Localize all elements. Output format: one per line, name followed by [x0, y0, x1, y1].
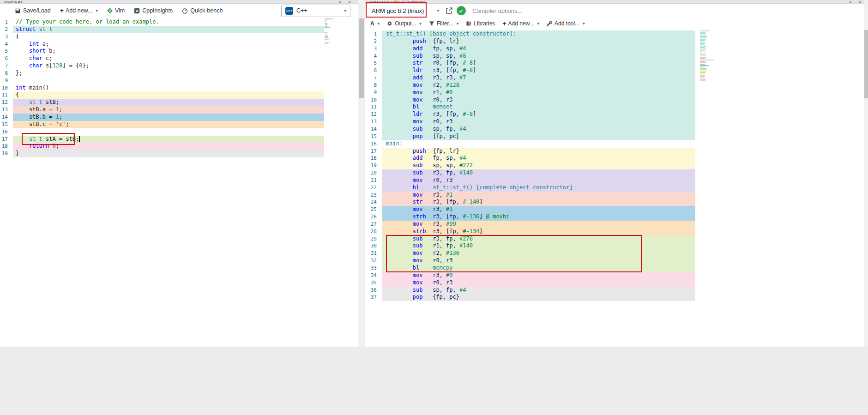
code-line[interactable]: 21 mov r0, r3 [365, 177, 868, 184]
assembly-minimap[interactable] [700, 30, 717, 82]
code-line[interactable]: 1st_t::st_t() [base object constructor]: [365, 30, 868, 38]
code-line[interactable]: 15 pop {fp, pc} [365, 133, 868, 140]
line-content: push {fp, lr} [382, 38, 695, 45]
code-line[interactable]: 10int main() [0, 84, 358, 92]
output-button[interactable]: Output... ▾ [384, 19, 425, 28]
code-line[interactable]: 2 push {fp, lr} [365, 38, 868, 45]
libraries-button[interactable]: Libraries [463, 19, 498, 28]
line-number: 31 [365, 250, 382, 257]
code-line[interactable]: 25 mov r3, #1 [365, 206, 868, 213]
pane-divider-scrollbar[interactable] [358, 0, 365, 347]
vim-toggle-button[interactable]: Vim [103, 6, 128, 16]
code-line[interactable]: 16main: [365, 140, 868, 148]
line-content: st_t stB; [13, 99, 324, 106]
code-line[interactable]: 9 mov r1, #0 [365, 89, 868, 96]
code-line[interactable]: 29 sub r3, fp, #276 [365, 235, 868, 243]
code-line[interactable]: 15 stB.c = 'c'; [0, 121, 358, 128]
code-line[interactable]: 5 str r0, [fp, #-8] [365, 60, 868, 67]
cppinsights-button[interactable]: CppInsights [130, 6, 176, 16]
code-line[interactable]: 12 st_t stB; [0, 99, 358, 106]
line-content: str r0, [fp, #-8] [382, 60, 695, 67]
code-line[interactable]: 13 stB.a = 1; [0, 106, 358, 114]
code-line[interactable]: 28 strb r3, [fp, #-134] [365, 228, 868, 235]
code-line[interactable]: 11 bl memset [365, 103, 868, 111]
code-line[interactable]: 6 char c; [0, 55, 358, 62]
code-line[interactable]: 6 ldr r3, [fp, #-8] [365, 67, 868, 74]
open-in-new-window-icon[interactable] [446, 7, 453, 14]
line-number: 5 [0, 48, 13, 55]
code-line[interactable]: 18 return 0; [0, 143, 358, 150]
assembly-editor[interactable]: 1st_t::st_t() [base object constructor]:… [365, 30, 868, 347]
code-line[interactable]: 27 mov r3, #99 [365, 221, 868, 228]
code-line[interactable]: 34 mov r3, #0 [365, 272, 868, 279]
code-line[interactable]: 13 mov r0, r3 [365, 118, 868, 126]
code-line[interactable]: 8 mov r2, #128 [365, 82, 868, 89]
code-line[interactable]: 36 sub sp, fp, #4 [365, 287, 868, 294]
save-load-button[interactable]: Save/Load [11, 6, 54, 16]
line-number: 6 [0, 55, 13, 62]
code-line[interactable]: 37 pop {fp, pc} [365, 294, 868, 301]
code-line[interactable]: 11{ [0, 91, 358, 99]
code-line[interactable]: 5 short b; [0, 48, 358, 55]
compiler-select[interactable]: ARM gcc 8.2 (linux) ▾ [369, 6, 442, 16]
code-line[interactable]: 7 add r3, r3, #7 [365, 74, 868, 82]
code-line[interactable]: 23 mov r3, #1 [365, 192, 868, 199]
scrollbar-thumb[interactable] [359, 18, 364, 98]
code-line[interactable]: 3 add fp, sp, #4 [365, 45, 868, 53]
filter-button[interactable]: Filter... ▾ [426, 19, 462, 28]
line-content: struct st_t [13, 26, 324, 33]
code-line[interactable]: 14 sub sp, fp, #4 [365, 126, 868, 133]
code-line[interactable]: 7 char s[128] = {0}; [0, 62, 358, 70]
line-content: stB.b = 1; [13, 114, 324, 121]
code-line[interactable]: 10 mov r0, r3 [365, 96, 868, 104]
code-line[interactable]: 1// Type your code here, or load an exam… [0, 18, 358, 26]
code-line[interactable]: 20 sub r3, fp, #140 [365, 169, 868, 177]
code-line[interactable]: 3{ [0, 33, 358, 41]
code-line[interactable]: 22 bl st_t::st_t() [complete object cons… [365, 184, 868, 192]
code-line[interactable]: 31 mov r2, #136 [365, 250, 868, 257]
add-tool-button[interactable]: Add tool... ▾ [543, 19, 588, 28]
code-line[interactable]: 35 mov r0, r3 [365, 279, 868, 287]
code-line[interactable]: 16 [0, 128, 358, 136]
line-number: 37 [365, 294, 382, 301]
line-content: } [13, 150, 324, 157]
compiler-options-input[interactable] [472, 5, 864, 16]
code-line[interactable]: 26 strh r3, [fp, #-136] @ movhi [365, 213, 868, 221]
font-size-button[interactable]: A ▾ [367, 19, 383, 28]
line-content: mov r3, #0 [382, 272, 695, 279]
line-content: bl st_t::st_t() [complete object constru… [382, 184, 695, 192]
code-line[interactable]: 8}; [0, 70, 358, 77]
add-new-button[interactable]: + Add new... ▾ [56, 5, 102, 16]
scrollbar-thumb[interactable] [864, 30, 868, 98]
code-line[interactable]: 19} [0, 150, 358, 157]
code-line[interactable]: 19 sub sp, sp, #272 [365, 162, 868, 169]
line-content: strb r3, [fp, #-134] [382, 228, 695, 235]
code-line[interactable]: 9 [0, 77, 358, 84]
cppinsights-icon [134, 8, 140, 14]
gear-icon [387, 21, 392, 26]
code-line[interactable]: 30 sub r1, fp, #140 [365, 242, 868, 250]
source-minimap[interactable] [325, 18, 334, 47]
code-line[interactable]: 24 str r3, [fp, #-140] [365, 198, 868, 206]
books-icon [466, 21, 471, 26]
code-line[interactable]: 4 sub sp, sp, #8 [365, 53, 868, 60]
code-line[interactable]: 17 st_t stA = stB; [0, 136, 358, 143]
source-editor[interactable]: 1// Type your code here, or load an exam… [0, 18, 358, 347]
code-line[interactable]: 18 add fp, sp, #4 [365, 155, 868, 162]
line-content: mov r2, #136 [382, 250, 695, 257]
code-line[interactable]: 17 push {fp, lr} [365, 148, 868, 155]
line-number: 18 [365, 155, 382, 162]
add-new-button[interactable]: + Add new... ▾ [499, 18, 542, 29]
text-cursor [79, 136, 80, 142]
code-line[interactable]: 32 mov r0, r3 [365, 257, 868, 265]
source-pane-header[interactable]: Source #1 ▾ ✕ [0, 0, 358, 4]
code-line[interactable]: 4 int a; [0, 41, 358, 48]
assembly-scrollbar[interactable] [864, 0, 868, 347]
language-select[interactable]: C++ C++ ▾ [281, 5, 350, 17]
compiler-pane-header[interactable]: ARM gcc 8.2 (linux) (Editor #1) ▾ ✕ [365, 0, 868, 4]
code-line[interactable]: 33 bl memcpy [365, 265, 868, 272]
code-line[interactable]: 14 stB.b = 1; [0, 114, 358, 121]
code-line[interactable]: 12 ldr r3, [fp, #-8] [365, 111, 868, 118]
code-line[interactable]: 2struct st_t [0, 26, 358, 33]
quickbench-button[interactable]: Quick-bench [178, 6, 226, 16]
